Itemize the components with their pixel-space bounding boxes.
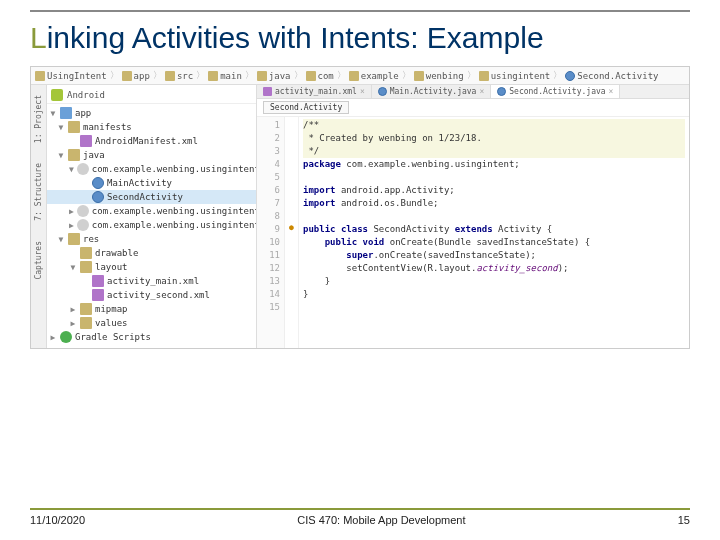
ide-window: UsingIntent〉app〉src〉main〉java〉com〉exampl… [30, 66, 690, 349]
gutter-icons: ● [285, 117, 299, 348]
breadcrumb-item[interactable]: main [208, 71, 242, 81]
tree-header[interactable]: Android [47, 87, 256, 104]
tool-tab[interactable]: Captures [34, 241, 43, 280]
code-line[interactable]: public void onCreate(Bundle savedInstanc… [303, 236, 685, 249]
folder-icon [80, 303, 92, 315]
code-line[interactable]: import android.app.Activity; [303, 184, 685, 197]
code-line[interactable]: import android.os.Bundle; [303, 197, 685, 210]
tool-tab[interactable]: 1: Project [34, 95, 43, 143]
tree-node[interactable]: ▶values [47, 316, 256, 330]
editor-tab[interactable]: Second.Activity.java× [491, 85, 620, 98]
code-line[interactable]: */ [303, 145, 685, 158]
tree-node[interactable]: activity_main.xml [47, 274, 256, 288]
tree-node[interactable]: ▶Gradle Scripts [47, 330, 256, 344]
code-line[interactable]: } [303, 275, 685, 288]
breadcrumb-sep: 〉 [244, 69, 255, 82]
editor-tab[interactable]: activity_main.xml× [257, 85, 372, 98]
code-line[interactable]: * Created by wenbing on 1/23/18. [303, 132, 685, 145]
expand-arrow-icon[interactable]: ▶ [69, 221, 74, 230]
tree-node[interactable]: ▼com.example.wenbing.usingintent [47, 162, 256, 176]
close-icon[interactable]: × [609, 87, 614, 96]
breadcrumb-sep: 〉 [109, 69, 120, 82]
xml-icon [80, 135, 92, 147]
folder-icon [349, 71, 359, 81]
expand-arrow-icon[interactable]: ▶ [49, 333, 57, 342]
editor-tabs: activity_main.xml×Main.Activity.java×Sec… [257, 85, 689, 99]
file-icon [378, 87, 387, 96]
tree-node[interactable]: ▼res [47, 232, 256, 246]
file-icon [263, 87, 272, 96]
tree-node[interactable]: ▼app [47, 106, 256, 120]
tool-tab[interactable]: 7: Structure [34, 163, 43, 221]
tree-node-label: layout [95, 262, 128, 272]
tree-node[interactable]: ▼java [47, 148, 256, 162]
breadcrumb-item[interactable]: Second.Activity [565, 71, 658, 81]
tree-node[interactable]: ▶com.example.wenbing.usingintent (andro [47, 204, 256, 218]
folder-icon [80, 261, 92, 273]
code-line[interactable] [303, 210, 685, 223]
code-line[interactable]: public class SecondActivity extends Acti… [303, 223, 685, 236]
folder-icon [68, 121, 80, 133]
breadcrumb-item[interactable]: example [349, 71, 399, 81]
breadcrumb-item[interactable]: app [122, 71, 150, 81]
footer-date: 11/10/2020 [30, 514, 85, 526]
tree-node-label: manifests [83, 122, 132, 132]
code-line[interactable]: setContentView(R.layout.activity_second)… [303, 262, 685, 275]
breadcrumb-sep: 〉 [336, 69, 347, 82]
code-line[interactable]: } [303, 288, 685, 301]
code-line[interactable] [303, 301, 685, 314]
breadcrumb-item[interactable]: src [165, 71, 193, 81]
expand-arrow-icon[interactable]: ▼ [69, 165, 74, 174]
editor-tab[interactable]: Main.Activity.java× [372, 85, 492, 98]
breadcrumb-item[interactable]: wenbing [414, 71, 464, 81]
xml-icon [92, 275, 104, 287]
code-line[interactable]: /** [303, 119, 685, 132]
close-icon[interactable]: × [479, 87, 484, 96]
close-icon[interactable]: × [360, 87, 365, 96]
code-line[interactable]: package com.example.wenbing.usingintent; [303, 158, 685, 171]
expand-arrow-icon[interactable]: ▼ [57, 123, 65, 132]
tree-node-label: com.example.wenbing.usingintent [92, 164, 256, 174]
tree-node[interactable]: ▼layout [47, 260, 256, 274]
expand-arrow-icon[interactable]: ▶ [69, 319, 77, 328]
tree-node[interactable]: SecondActivity [47, 190, 256, 204]
tree-node-label: mipmap [95, 304, 128, 314]
tree-node[interactable]: AndroidManifest.xml [47, 134, 256, 148]
line-gutter: 123456789101112131415 [257, 117, 285, 348]
breadcrumb-sep: 〉 [466, 69, 477, 82]
code-line[interactable] [303, 171, 685, 184]
breadcrumb-item[interactable]: java [257, 71, 291, 81]
breadcrumb-item[interactable]: usingintent [479, 71, 551, 81]
tree-node[interactable]: ▶com.example.wenbing.usingintent (test) [47, 218, 256, 232]
tree-node[interactable]: MainActivity [47, 176, 256, 190]
tree-node-label: Gradle Scripts [75, 332, 151, 342]
tree-node-label: activity_main.xml [107, 276, 199, 286]
tree-node[interactable]: drawable [47, 246, 256, 260]
breadcrumb-item[interactable]: UsingIntent [35, 71, 107, 81]
expand-arrow-icon[interactable]: ▶ [69, 207, 74, 216]
project-tree-panel: Android ▼app▼manifestsAndroidManifest.xm… [47, 85, 257, 348]
pkg-icon [77, 219, 89, 231]
editor-crumb-item[interactable]: Second.Activity [263, 101, 349, 114]
editor-breadcrumb: Second.Activity [257, 99, 689, 117]
code-line[interactable]: super.onCreate(savedInstanceState); [303, 249, 685, 262]
breadcrumb-item[interactable]: com [306, 71, 334, 81]
tree-node[interactable]: ▶mipmap [47, 302, 256, 316]
gradle-icon [60, 331, 72, 343]
tree-node-label: SecondActivity [107, 192, 183, 202]
code-editor[interactable]: /** * Created by wenbing on 1/23/18. */p… [299, 117, 689, 348]
expand-arrow-icon[interactable]: ▼ [69, 263, 77, 272]
tree-node[interactable]: activity_second.xml [47, 288, 256, 302]
folder-icon [68, 233, 80, 245]
tree-node-label: values [95, 318, 128, 328]
expand-arrow-icon[interactable]: ▼ [57, 151, 65, 160]
expand-arrow-icon[interactable]: ▼ [57, 235, 65, 244]
expand-arrow-icon[interactable]: ▼ [49, 109, 57, 118]
folder-icon [479, 71, 489, 81]
tree-node[interactable]: ▼manifests [47, 120, 256, 134]
folder-icon [306, 71, 316, 81]
breadcrumb-sep: 〉 [552, 69, 563, 82]
class-icon [565, 71, 575, 81]
tree-node-label: MainActivity [107, 178, 172, 188]
expand-arrow-icon[interactable]: ▶ [69, 305, 77, 314]
